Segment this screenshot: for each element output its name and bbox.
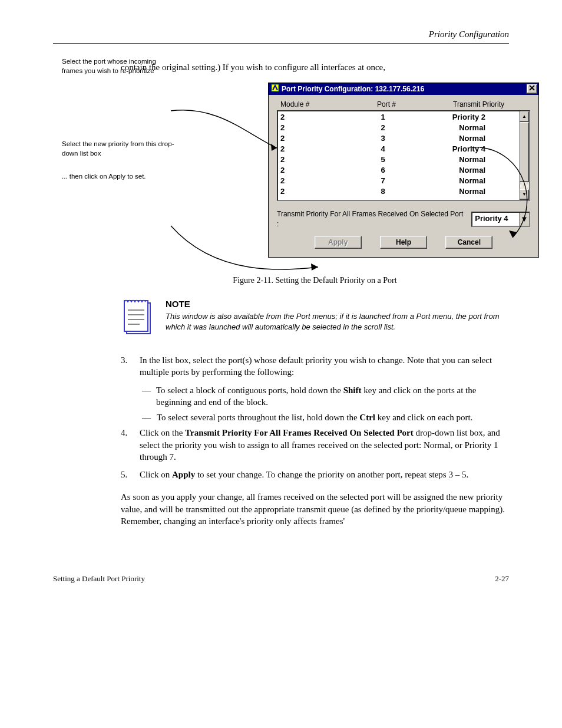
cell-port: 7: [349, 176, 417, 186]
intro-text: contain the original setting.) If you wi…: [121, 61, 509, 73]
cell-priority: Normal: [417, 186, 488, 197]
col-port: Port #: [351, 100, 422, 109]
step-4-text: Click on the Transmit Priority For All F…: [140, 427, 509, 463]
table-row[interactable]: 21Priority 2: [280, 112, 517, 123]
apply-button[interactable]: Apply: [315, 236, 362, 249]
svg-rect-6: [124, 301, 148, 331]
step-number: 3.: [121, 354, 131, 378]
priority-label: Transmit Priority For All Frames Receive…: [277, 209, 467, 228]
cell-port: 4: [349, 144, 417, 154]
cell-priority: Normal: [417, 133, 488, 144]
scroll-down-icon[interactable]: ▼: [520, 189, 529, 200]
priority-value: Priority 4: [472, 213, 519, 226]
figure-caption: Figure 2-11. Setting the Default Priorit…: [121, 275, 509, 286]
cancel-button[interactable]: Cancel: [445, 236, 492, 249]
table-row[interactable]: 28Normal: [280, 186, 517, 197]
app-icon: [271, 84, 279, 94]
cell-port: 3: [349, 133, 417, 144]
cell-port: 5: [349, 154, 417, 165]
col-module: Module #: [280, 100, 351, 109]
cell-module: 2: [280, 112, 349, 123]
scroll-up-icon[interactable]: ▲: [520, 111, 529, 122]
cell-module: 2: [280, 165, 349, 176]
cell-port: 2: [349, 123, 417, 133]
cell-module: 2: [280, 133, 349, 144]
list-headers: Module # Port # Transmit Priority: [277, 100, 530, 110]
cell-module: 2: [280, 144, 349, 154]
step-number: 4.: [121, 427, 131, 463]
annotation-select-port: Select the port whose incoming frames yo…: [62, 57, 177, 75]
cell-module: 2: [280, 154, 349, 165]
cell-priority: Normal: [417, 154, 488, 165]
cell-port: 6: [349, 165, 417, 176]
bullet-dash: —: [142, 384, 150, 409]
footer-left: Setting a Default Port Priority: [53, 574, 145, 584]
cell-priority: Normal: [417, 123, 488, 133]
help-button[interactable]: Help: [380, 236, 427, 249]
cell-priority: Normal: [417, 165, 488, 176]
scrollbar[interactable]: ▲ ▼: [519, 111, 529, 200]
step-5-text: Click on Apply to set your change. To ch…: [140, 469, 468, 480]
col-priority: Transmit Priority: [422, 100, 504, 109]
close-button[interactable]: [527, 84, 537, 94]
cell-module: 2: [280, 123, 349, 133]
cell-module: 2: [280, 186, 349, 197]
table-row[interactable]: 25Normal: [280, 154, 517, 165]
closing-text: As soon as you apply your change, all fr…: [121, 491, 509, 527]
scroll-thumb[interactable]: [520, 122, 529, 182]
cell-port: 1: [349, 112, 417, 123]
step-3a: To select a block of contiguous ports, h…: [156, 384, 509, 409]
step-3-text: In the list box, select the port(s) whos…: [140, 354, 509, 378]
divider: [53, 43, 509, 44]
footer-right: 2-27: [495, 574, 509, 584]
annotation-apply: ... then click on Apply to set.: [62, 172, 177, 182]
bullet-dash: —: [142, 411, 151, 423]
cell-priority: Normal: [417, 176, 488, 186]
window-title: Port Priority Configuration: 132.177.56.…: [282, 84, 527, 94]
cell-module: 2: [280, 176, 349, 186]
annotation-select-priority: Select the new priority from this drop-d…: [62, 140, 177, 158]
note-heading: NOTE: [166, 298, 509, 310]
cell-priority: Priority 4: [417, 144, 488, 154]
chevron-down-icon[interactable]: ▼: [519, 213, 529, 226]
cell-port: 8: [349, 186, 417, 197]
table-row[interactable]: 26Normal: [280, 165, 517, 176]
port-listbox[interactable]: 21Priority 222Normal23Normal24Priority 4…: [277, 110, 530, 201]
config-window: Port Priority Configuration: 132.177.56.…: [268, 83, 539, 258]
table-row[interactable]: 23Normal: [280, 133, 517, 144]
table-row[interactable]: 27Normal: [280, 176, 517, 186]
step-number: 5.: [121, 469, 131, 480]
svg-marker-2: [311, 263, 318, 271]
note-body: This window is also available from the P…: [166, 311, 509, 332]
step-3b: To select several ports throughout the l…: [157, 411, 472, 423]
priority-combobox[interactable]: Priority 4 ▼: [471, 212, 530, 227]
table-row[interactable]: 22Normal: [280, 123, 517, 133]
section-header: Priority Configuration: [53, 29, 509, 39]
table-row[interactable]: 24Priority 4: [280, 144, 517, 154]
window-titlebar: Port Priority Configuration: 132.177.56.…: [269, 83, 538, 95]
note-icon: [121, 295, 154, 340]
cell-priority: Priority 2: [417, 112, 488, 123]
